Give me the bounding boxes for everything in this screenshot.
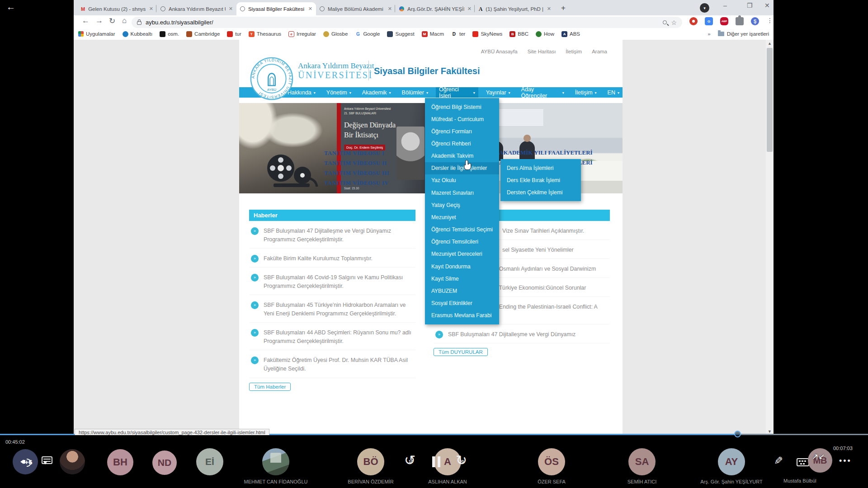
seek-bar-handle[interactable]: [734, 431, 741, 437]
link-tanitim-videosu-1[interactable]: TANITIM VİDEOSU I: [324, 150, 384, 157]
participant-avatar-ei[interactable]: Eİ: [196, 448, 223, 475]
menu-item-ogrenci-rehberi[interactable]: Öğrenci Rehberi: [425, 137, 499, 150]
bookmark-kubbealti[interactable]: Kubbealtı: [123, 31, 153, 37]
menu-item-mazeret-sinavlari[interactable]: Mazeret Sınavları: [425, 187, 499, 199]
extensions-puzzle-icon[interactable]: [736, 17, 744, 25]
bookmark-star-icon[interactable]: ☆: [671, 19, 677, 26]
link-aybu-anasayfa[interactable]: AYBÜ Anasayfa: [481, 49, 518, 54]
scrollbar-thumb[interactable]: [767, 48, 773, 152]
other-bookmarks[interactable]: Diğer yer işaretleri: [718, 31, 769, 37]
news-item[interactable]: »SBF Buluşmaları 47 Dijitalleşme ve Verg…: [249, 227, 415, 249]
participant-tile-host[interactable]: MB ↗↙: [807, 448, 833, 473]
tab-close-icon[interactable]: ✕: [229, 6, 233, 12]
tab-close-icon[interactable]: ✕: [388, 6, 392, 12]
news-item[interactable]: »SBF Buluşmaları 44 ABD Seçimleri: Rüyan…: [249, 328, 415, 350]
bookmark-bbc[interactable]: BBBC: [509, 31, 528, 37]
nav-aday-ogrenciler[interactable]: Aday Öğrenciler▾: [518, 87, 567, 98]
bookmark-ter[interactable]: Dter: [451, 31, 465, 37]
link-tanitim-videosu-4[interactable]: TANITIM VİDEOSU IV: [324, 180, 389, 187]
news-item[interactable]: »SBF Buluşmaları 45 Türkiye'nin Hidrokar…: [249, 301, 415, 323]
annotate-pencil-icon[interactable]: ✎: [774, 455, 783, 467]
restore-button[interactable]: ❐: [747, 2, 753, 9]
bookmark-macm[interactable]: MMacm: [422, 31, 444, 37]
scroll-down-icon[interactable]: ▼: [766, 429, 774, 434]
reload-button[interactable]: ↻: [109, 16, 115, 26]
bookmarks-overflow-chevron[interactable]: »: [708, 31, 710, 37]
bookmark-glosbe[interactable]: Glosbe: [323, 31, 348, 37]
bookmark-osm[interactable]: osm.: [160, 31, 179, 37]
url-text[interactable]: aybu.edu.tr/siyasalbilgiler/: [146, 19, 659, 26]
participant-tile[interactable]: SA SEMİH ATICI: [592, 448, 692, 484]
all-announcements-button[interactable]: Tüm DUYURULAR: [434, 348, 488, 356]
menu-item-yatay-gecis[interactable]: Yatay Geçiş: [425, 199, 499, 211]
zoom-search-icon[interactable]: [663, 20, 667, 24]
nav-yayinlar[interactable]: Yayınlar▾: [483, 87, 514, 98]
participant-tile[interactable]: ÖS ÖZER SEFA: [502, 448, 601, 484]
link-arama[interactable]: Arama: [592, 49, 607, 54]
close-button[interactable]: ✕: [764, 2, 770, 9]
red-extension-icon[interactable]: [689, 17, 698, 25]
back-button[interactable]: ←: [82, 16, 90, 25]
tab-siyasal-bilgiler-active[interactable]: Siyasal Bilgiler Fakültesi ✕: [236, 2, 316, 15]
link-tanitim-videosu-3[interactable]: TANITIM VİDEOSU III: [324, 170, 389, 177]
participant-tile[interactable]: MEHMET CAN FİDANOĞLU: [226, 448, 326, 484]
menu-item-ogrenci-formlari[interactable]: Öğrenci Formları: [425, 125, 499, 137]
menu-item-mufredat[interactable]: Müfredat - Curriculum: [425, 113, 499, 125]
news-item[interactable]: »Fakültemiz Öğretim Üyesi Prof. Dr. Muhs…: [249, 356, 415, 378]
menu-item-ogrenci-temsilcisi-secimi[interactable]: Öğrenci Temsilcisi Seçimi: [425, 224, 499, 236]
browser-menu-icon[interactable]: ⋮: [767, 17, 773, 24]
nav-en[interactable]: EN▾: [604, 87, 623, 98]
nav-akademik[interactable]: Akademik▾: [359, 87, 394, 98]
bookmark-google[interactable]: GGoogle: [355, 31, 380, 37]
tab-close-icon[interactable]: ✕: [467, 6, 472, 12]
page-scrollbar[interactable]: ▲ ▼: [766, 40, 774, 435]
more-options-icon[interactable]: •••: [839, 456, 852, 466]
bookmark-thesaurus[interactable]: TThesaurus: [249, 31, 281, 37]
menu-item-mezuniyet-dereceleri[interactable]: Mezuniyet Dereceleri: [425, 248, 499, 260]
tab-gmail[interactable]: M Gelen Kutusu (2) - shnys ✕: [77, 2, 157, 15]
announcement-item[interactable]: »SBF Buluşmaları 47 Dijitalleşme ve Verg…: [434, 330, 610, 343]
nav-ogrenci-isleri[interactable]: Öğrenci İşleri▾: [436, 87, 478, 98]
tab-close-icon[interactable]: ✕: [308, 6, 312, 12]
participant-tile[interactable]: AY Arş. Gör. Şahin YEŞİLYURT: [682, 448, 781, 484]
bookmark-how[interactable]: How: [536, 31, 554, 37]
chat-icon[interactable]: [42, 456, 52, 464]
menu-item-mezuniyet[interactable]: Mezuniyet: [425, 211, 499, 223]
forward-button[interactable]: →: [95, 16, 103, 25]
bookmark-suggest[interactable]: Suggest: [387, 31, 414, 37]
tab-close-icon[interactable]: ✕: [547, 6, 551, 12]
address-bar[interactable]: aybu.edu.tr/siyasalbilgiler/ ☆: [132, 17, 682, 28]
news-item[interactable]: »SBF Buluşmaları 46 Covid-19 Salgını ve …: [249, 273, 415, 295]
tab-sahin-yesilyurt-profile[interactable]: Arş.Gör.Dr. ŞAHİN YEŞİL ✕: [396, 2, 475, 15]
audio-participants-badge[interactable]: +6: [13, 449, 38, 474]
submenu-item-ders-alma[interactable]: Ders Alma İşlemleri: [500, 162, 581, 174]
news-item[interactable]: »Fakülte Birim Kalite Kurulumuz Toplanmı…: [249, 254, 415, 267]
menu-item-ogrenci-bilgi-sistemi[interactable]: Öğrenci Bilgi Sistemi: [425, 101, 499, 113]
tab-maliye-bolumu[interactable]: Maliye Bölümü Akademi ✕: [316, 2, 396, 15]
nav-bolumler[interactable]: Bölümler▾: [399, 87, 431, 98]
link-site-haritasi[interactable]: Site Haritası: [528, 49, 556, 54]
link-iletisim[interactable]: İletişim: [566, 49, 582, 54]
translate-extension-icon[interactable]: G: [705, 17, 713, 25]
menu-item-dersler-ile-ilgili-islemler[interactable]: Dersler ile İlgili İşlemler: [425, 162, 499, 174]
menu-item-aybuzem[interactable]: AYBUZEM: [425, 285, 499, 297]
menu-item-ogrenci-temsilcileri[interactable]: Öğrenci Temsilcileri: [425, 236, 499, 248]
participant-avatar-bh[interactable]: BH: [107, 449, 133, 475]
menu-item-sosyal-etkinlikler[interactable]: Sosyal Etkinlikler: [425, 297, 499, 310]
tab-aybu-home[interactable]: Ankara Yıldırım Beyazıt Ü ✕: [157, 2, 236, 15]
all-news-button[interactable]: Tüm Haberler: [249, 383, 291, 391]
academic-year-heading-1[interactable]: AKADEMİK YILI FAALİYETLERİ: [499, 149, 593, 156]
participant-avatar-nd[interactable]: ND: [152, 450, 177, 475]
bookmark-abs[interactable]: AABS: [561, 31, 580, 37]
media-controls-button[interactable]: ▾: [700, 3, 709, 13]
menu-item-yaz-okulu[interactable]: Yaz Okulu: [425, 174, 499, 187]
menu-item-kayit-dondurma[interactable]: Kayıt Dondurma: [425, 260, 499, 272]
new-tab-button[interactable]: +: [561, 4, 566, 13]
tab-academia[interactable]: A (1) Şahin Yeşilyurt, PhD | ✕: [475, 2, 555, 15]
tab-close-icon[interactable]: ✕: [149, 6, 153, 12]
link-tanitim-videosu-2[interactable]: TANITIM VİDEOSU II: [324, 160, 387, 167]
bookmark-tur[interactable]: tur: [227, 31, 241, 37]
menu-item-akademik-takvim[interactable]: Akademik Takvim: [425, 150, 499, 162]
menu-item-erasmus-mevlana-farabi[interactable]: Erasmus Mevlana Farabi: [425, 310, 499, 322]
submenu-item-dersten-cekilme[interactable]: Dersten Çekilme İşlemi: [500, 186, 581, 198]
